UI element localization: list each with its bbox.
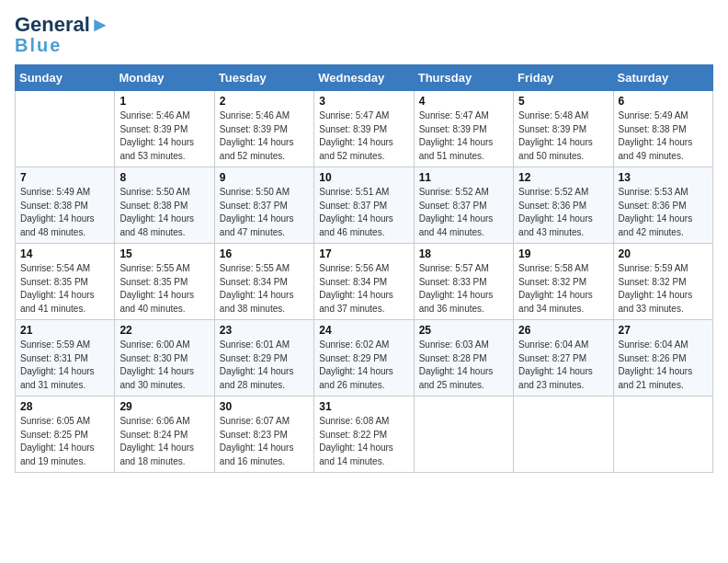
day-info: Sunrise: 5:47 AMSunset: 8:39 PMDaylight:… <box>319 109 408 163</box>
day-number: 23 <box>220 324 309 337</box>
weekday-header: Saturday <box>613 65 712 91</box>
day-number: 11 <box>419 171 508 184</box>
day-number: 27 <box>619 324 708 337</box>
day-info: Sunrise: 5:46 AMSunset: 8:39 PMDaylight:… <box>119 109 209 163</box>
day-number: 25 <box>419 324 508 337</box>
day-number: 30 <box>220 400 309 413</box>
day-info: Sunrise: 6:08 AMSunset: 8:22 PMDaylight:… <box>319 415 408 468</box>
day-info: Sunrise: 6:03 AMSunset: 8:28 PMDaylight:… <box>419 339 508 392</box>
calendar-day-cell: 10Sunrise: 5:51 AMSunset: 8:37 PMDayligh… <box>314 167 414 244</box>
calendar-day-cell: 27Sunrise: 6:04 AMSunset: 8:26 PMDayligh… <box>613 320 712 396</box>
day-info: Sunrise: 5:59 AMSunset: 8:32 PMDaylight:… <box>619 262 708 316</box>
day-info: Sunrise: 5:51 AMSunset: 8:37 PMDaylight:… <box>319 186 408 239</box>
day-info: Sunrise: 5:55 AMSunset: 8:34 PMDaylight:… <box>220 262 309 316</box>
day-number: 31 <box>319 400 408 413</box>
day-number: 6 <box>619 95 708 108</box>
calendar-day-cell: 22Sunrise: 6:00 AMSunset: 8:30 PMDayligh… <box>115 320 214 396</box>
calendar-table: SundayMondayTuesdayWednesdayThursdayFrid… <box>15 64 713 473</box>
day-info: Sunrise: 6:04 AMSunset: 8:26 PMDaylight:… <box>619 339 708 392</box>
day-info: Sunrise: 5:48 AMSunset: 8:39 PMDaylight:… <box>518 109 608 163</box>
day-number: 19 <box>518 247 608 260</box>
logo: General►Blue <box>15 15 110 55</box>
calendar-day-cell <box>414 396 513 473</box>
logo-arrow-icon: ► <box>90 13 110 36</box>
day-number: 15 <box>119 247 209 260</box>
day-number: 8 <box>119 171 209 184</box>
day-number: 22 <box>119 324 209 337</box>
logo-blue-word: Blue <box>15 35 62 55</box>
day-info: Sunrise: 6:05 AMSunset: 8:25 PMDaylight:… <box>20 415 109 468</box>
day-info: Sunrise: 5:52 AMSunset: 8:37 PMDaylight:… <box>419 186 508 239</box>
day-number: 29 <box>119 400 209 413</box>
day-info: Sunrise: 6:06 AMSunset: 8:24 PMDaylight:… <box>119 415 209 468</box>
calendar-header-row: SundayMondayTuesdayWednesdayThursdayFrid… <box>16 65 713 91</box>
day-number: 20 <box>619 247 708 260</box>
day-info: Sunrise: 6:00 AMSunset: 8:30 PMDaylight:… <box>119 339 209 392</box>
day-info: Sunrise: 5:57 AMSunset: 8:33 PMDaylight:… <box>419 262 508 316</box>
calendar-day-cell <box>613 396 712 473</box>
calendar-week-row: 14Sunrise: 5:54 AMSunset: 8:35 PMDayligh… <box>16 244 713 320</box>
day-number: 18 <box>419 247 508 260</box>
day-info: Sunrise: 5:49 AMSunset: 8:38 PMDaylight:… <box>20 186 109 239</box>
calendar-day-cell: 11Sunrise: 5:52 AMSunset: 8:37 PMDayligh… <box>414 167 513 244</box>
calendar-day-cell: 9Sunrise: 5:50 AMSunset: 8:37 PMDaylight… <box>214 167 313 244</box>
calendar-week-row: 21Sunrise: 5:59 AMSunset: 8:31 PMDayligh… <box>16 320 713 396</box>
calendar-day-cell: 26Sunrise: 6:04 AMSunset: 8:27 PMDayligh… <box>514 320 613 396</box>
day-number: 21 <box>20 324 109 337</box>
calendar-day-cell: 7Sunrise: 5:49 AMSunset: 8:38 PMDaylight… <box>16 167 115 244</box>
day-info: Sunrise: 5:53 AMSunset: 8:36 PMDaylight:… <box>619 186 708 239</box>
day-info: Sunrise: 6:02 AMSunset: 8:29 PMDaylight:… <box>319 339 408 392</box>
weekday-header: Sunday <box>16 65 115 91</box>
day-info: Sunrise: 5:47 AMSunset: 8:39 PMDaylight:… <box>419 109 508 163</box>
calendar-day-cell: 14Sunrise: 5:54 AMSunset: 8:35 PMDayligh… <box>16 244 115 320</box>
calendar-day-cell: 29Sunrise: 6:06 AMSunset: 8:24 PMDayligh… <box>115 396 214 473</box>
day-info: Sunrise: 5:59 AMSunset: 8:31 PMDaylight:… <box>20 339 109 392</box>
page-header: General►Blue <box>15 15 713 55</box>
calendar-day-cell: 6Sunrise: 5:49 AMSunset: 8:38 PMDaylight… <box>613 91 712 167</box>
day-number: 5 <box>518 95 608 108</box>
calendar-day-cell <box>16 91 115 167</box>
day-info: Sunrise: 5:46 AMSunset: 8:39 PMDaylight:… <box>220 109 309 163</box>
day-info: Sunrise: 6:01 AMSunset: 8:29 PMDaylight:… <box>220 339 309 392</box>
calendar-day-cell: 20Sunrise: 5:59 AMSunset: 8:32 PMDayligh… <box>613 244 712 320</box>
day-info: Sunrise: 6:04 AMSunset: 8:27 PMDaylight:… <box>518 339 608 392</box>
day-number: 4 <box>419 95 508 108</box>
calendar-day-cell: 16Sunrise: 5:55 AMSunset: 8:34 PMDayligh… <box>214 244 313 320</box>
calendar-day-cell: 28Sunrise: 6:05 AMSunset: 8:25 PMDayligh… <box>16 396 115 473</box>
calendar-day-cell: 13Sunrise: 5:53 AMSunset: 8:36 PMDayligh… <box>613 167 712 244</box>
day-number: 16 <box>220 247 309 260</box>
calendar-day-cell <box>514 396 613 473</box>
calendar-day-cell: 31Sunrise: 6:08 AMSunset: 8:22 PMDayligh… <box>314 396 414 473</box>
day-info: Sunrise: 5:50 AMSunset: 8:37 PMDaylight:… <box>220 186 309 239</box>
day-info: Sunrise: 6:07 AMSunset: 8:23 PMDaylight:… <box>220 415 309 468</box>
calendar-day-cell: 1Sunrise: 5:46 AMSunset: 8:39 PMDaylight… <box>115 91 214 167</box>
calendar-day-cell: 17Sunrise: 5:56 AMSunset: 8:34 PMDayligh… <box>314 244 414 320</box>
day-info: Sunrise: 5:55 AMSunset: 8:35 PMDaylight:… <box>119 262 209 316</box>
day-number: 24 <box>319 324 408 337</box>
day-number: 3 <box>319 95 408 108</box>
calendar-day-cell: 24Sunrise: 6:02 AMSunset: 8:29 PMDayligh… <box>314 320 414 396</box>
calendar-day-cell: 15Sunrise: 5:55 AMSunset: 8:35 PMDayligh… <box>115 244 214 320</box>
calendar-day-cell: 23Sunrise: 6:01 AMSunset: 8:29 PMDayligh… <box>214 320 313 396</box>
day-number: 13 <box>619 171 708 184</box>
day-number: 9 <box>220 171 309 184</box>
calendar-week-row: 1Sunrise: 5:46 AMSunset: 8:39 PMDaylight… <box>16 91 713 167</box>
calendar-day-cell: 8Sunrise: 5:50 AMSunset: 8:38 PMDaylight… <box>115 167 214 244</box>
day-number: 2 <box>220 95 309 108</box>
day-number: 17 <box>319 247 408 260</box>
day-number: 10 <box>319 171 408 184</box>
calendar-day-cell: 30Sunrise: 6:07 AMSunset: 8:23 PMDayligh… <box>214 396 313 473</box>
calendar-day-cell: 25Sunrise: 6:03 AMSunset: 8:28 PMDayligh… <box>414 320 513 396</box>
weekday-header: Monday <box>115 65 214 91</box>
day-number: 12 <box>518 171 608 184</box>
weekday-header: Friday <box>514 65 613 91</box>
logo-general-text: General <box>15 13 90 36</box>
day-number: 1 <box>119 95 209 108</box>
day-info: Sunrise: 5:54 AMSunset: 8:35 PMDaylight:… <box>20 262 109 316</box>
calendar-day-cell: 3Sunrise: 5:47 AMSunset: 8:39 PMDaylight… <box>314 91 414 167</box>
calendar-day-cell: 4Sunrise: 5:47 AMSunset: 8:39 PMDaylight… <box>414 91 513 167</box>
day-number: 26 <box>518 324 608 337</box>
day-info: Sunrise: 5:50 AMSunset: 8:38 PMDaylight:… <box>119 186 209 239</box>
day-info: Sunrise: 5:56 AMSunset: 8:34 PMDaylight:… <box>319 262 408 316</box>
day-number: 7 <box>20 171 109 184</box>
